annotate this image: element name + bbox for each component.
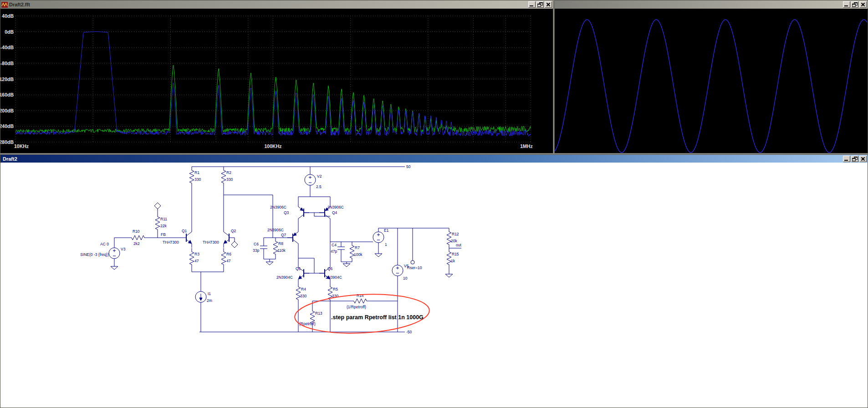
schematic-label: 100k	[354, 252, 363, 257]
schematic-label: 2N3904C	[326, 275, 342, 280]
schematic-label: 110k	[277, 248, 286, 253]
schematic-label: R6	[226, 252, 231, 256]
schematic-canvas[interactable]: R1330R2330V22.5R1122kR102k2FBV3AC 0SINE(…	[0, 163, 868, 408]
close-icon	[861, 157, 865, 161]
schematic-label: 10	[403, 276, 408, 280]
close-icon	[546, 2, 550, 7]
schematic-label: 330	[300, 294, 306, 298]
schematic-label: R7	[355, 245, 360, 250]
app-icon	[1, 2, 8, 8]
schematic-label: C4	[332, 243, 337, 247]
schematic-label: I1	[208, 291, 211, 296]
svg-text:40dB: 40dB	[2, 13, 14, 19]
schematic-label: SINE(0 -3 {freq})	[80, 252, 109, 257]
svg-text:1MHz: 1MHz	[520, 143, 532, 149]
svg-text:-200dB: -200dB	[0, 108, 14, 113]
close-button[interactable]	[545, 1, 552, 8]
schematic-label: Q1	[182, 229, 187, 233]
schematic-label: R5	[333, 287, 338, 291]
restore-button[interactable]	[851, 1, 858, 8]
schematic-label: R2	[226, 170, 231, 175]
schematic-label: Rser=10	[407, 265, 422, 270]
fft-window-controls	[528, 1, 552, 8]
restore-button[interactable]	[536, 1, 544, 8]
schematic-label: 2N3906C	[267, 228, 284, 232]
minimize-button[interactable]	[843, 156, 850, 162]
schematic-label: R15	[452, 252, 459, 256]
svg-text:-40dB: -40dB	[0, 45, 14, 50]
fft-window-title: Draft2.fft	[9, 2, 30, 7]
svg-text:10KHz: 10KHz	[14, 143, 29, 149]
restore-button[interactable]	[851, 156, 858, 162]
close-icon	[861, 2, 865, 7]
schematic-label: 47p	[331, 249, 337, 254]
minimize-icon	[844, 160, 848, 161]
scope-window-controls	[843, 1, 867, 8]
schematic-label: Q2	[231, 229, 236, 233]
svg-text:-80dB: -80dB	[0, 61, 14, 66]
schematic-label: FB	[161, 232, 166, 237]
scope-trace	[555, 20, 867, 153]
schematic-label: out	[456, 243, 461, 247]
scope-plot	[555, 9, 868, 153]
schematic-titlebar[interactable]: Draft2	[0, 155, 868, 163]
schematic-label: C6	[254, 242, 259, 246]
fft-plot: 40dB0dB-40dB-80dB-120dB-160dB-200dB-240d…	[0, 9, 553, 153]
schematic-label: V2	[317, 174, 322, 178]
fft-axis-labels: 40dB0dB-40dB-80dB-120dB-160dB-200dB-240d…	[0, 13, 533, 149]
schematic-label: THAT300	[163, 240, 179, 245]
schematic-label: R11	[160, 217, 167, 221]
schematic-label: Q4	[332, 210, 337, 215]
restore-icon	[852, 2, 858, 7]
schematic-label: R8	[278, 241, 283, 246]
schematic-label: R1	[194, 170, 199, 175]
schematic-window-title: Draft2	[3, 156, 17, 162]
svg-text:-240dB: -240dB	[0, 123, 14, 129]
schematic-label: 2m	[207, 298, 212, 303]
svg-text:100KHz: 100KHz	[265, 143, 282, 149]
schematic-label: R13	[315, 311, 322, 316]
schematic-label: R12	[452, 232, 459, 236]
scope-plot-area[interactable]	[555, 9, 868, 153]
fft-titlebar[interactable]: Draft2.fft	[0, 0, 553, 9]
schematic-label: 50	[406, 164, 411, 169]
schematic-label: Q3	[284, 210, 289, 215]
schematic-label: 2.5	[316, 184, 322, 189]
close-button[interactable]	[859, 156, 867, 162]
spice-directive: .step param Rpetroff list 1n 1000G	[331, 314, 424, 321]
scope-titlebar[interactable]	[555, 0, 868, 9]
schematic-label: 2N3906C	[327, 205, 344, 209]
schematic-label: 2N3906C	[270, 205, 286, 209]
restore-icon	[852, 157, 858, 161]
schematic-window: Draft2 R1330R2330V22.5R1122kR102k2FBV3AC…	[0, 154, 868, 408]
schematic-label: R3	[194, 252, 199, 256]
minimize-icon	[530, 5, 533, 6]
svg-text:-280dB: -280dB	[0, 139, 14, 145]
schematic-label: R4	[301, 287, 306, 291]
fft-grid	[15, 16, 531, 142]
minimize-button[interactable]	[843, 1, 850, 8]
schematic-label: 2N3904C	[276, 275, 293, 280]
schematic-label: 22k	[160, 224, 167, 228]
schematic-label: Q7	[281, 233, 286, 237]
fft-plot-area[interactable]: 40dB0dB-40dB-80dB-120dB-160dB-200dB-240d…	[0, 9, 553, 153]
schematic-label: 330	[194, 177, 201, 182]
schematic-label: R10	[133, 229, 140, 234]
schematic-label: V3	[121, 247, 126, 251]
minimize-button[interactable]	[528, 1, 536, 8]
schematic-label: Q5	[296, 266, 301, 271]
schematic-label: 33p	[253, 248, 259, 253]
svg-text:0dB: 0dB	[5, 29, 14, 35]
schematic-label: 1	[385, 242, 387, 247]
schematic-label: THAT300	[203, 240, 219, 245]
schematic-label: {1/Rpetroff}	[347, 305, 366, 309]
schematic-label: 1k	[451, 259, 455, 263]
schematic-window-controls	[843, 156, 867, 162]
schematic-label: -50	[406, 330, 412, 334]
svg-text:-160dB: -160dB	[0, 92, 14, 97]
fft-window: Draft2.fft 40dB0dB-40dB-80dB-120dB-160dB…	[0, 0, 553, 153]
schematic-drawing: R1330R2330V22.5R1122kR102k2FBV3AC 0SINE(…	[0, 163, 868, 408]
schematic-label: AC 0	[100, 242, 109, 246]
close-button[interactable]	[859, 1, 867, 8]
schematic-label: E1	[384, 228, 389, 233]
